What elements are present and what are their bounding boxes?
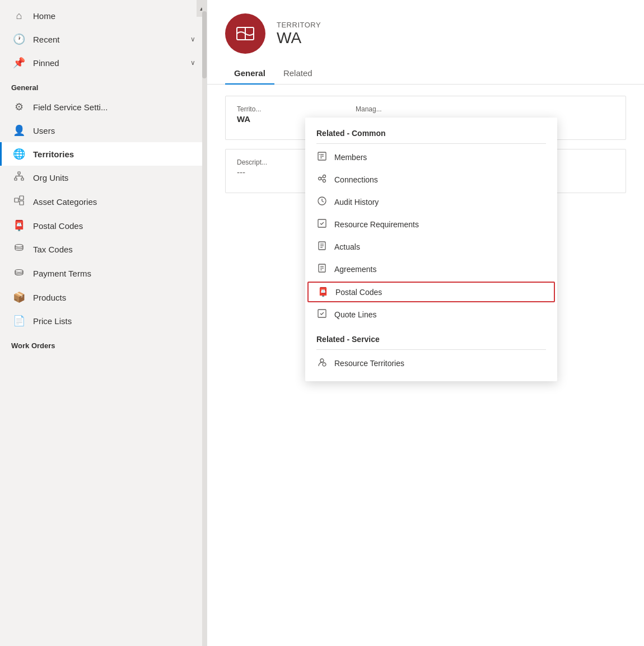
dropdown-item-postal-codes[interactable]: 📮 Postal Codes [307, 282, 555, 302]
sidebar-item-pinned[interactable]: 📌 Pinned ∨ [0, 51, 207, 74]
sidebar-item-label: Products [33, 293, 195, 302]
home-icon: ⌂ [13, 10, 25, 22]
tax-icon [13, 243, 25, 256]
actuals-icon [316, 241, 328, 253]
sidebar-item-payment-terms[interactable]: Payment Terms [0, 261, 207, 285]
dropdown-item-connections[interactable]: Connections [305, 168, 557, 191]
dropdown-divider-service [316, 349, 546, 350]
sidebar-item-tax-codes[interactable]: Tax Codes [0, 237, 207, 261]
svg-rect-34 [318, 310, 326, 317]
sidebar-item-label: Home [33, 11, 195, 21]
sidebar-item-label: Pinned [33, 58, 183, 68]
tab-related[interactable]: Related [274, 63, 321, 85]
sidebar-item-label: Org Units [33, 173, 195, 182]
chevron-down-icon: ∨ [190, 59, 195, 67]
sidebar-item-territories[interactable]: 🌐 Territories [0, 142, 207, 166]
svg-rect-1 [15, 178, 17, 180]
dropdown-item-resource-requirements[interactable]: Resource Requirements [305, 213, 557, 236]
svg-rect-9 [20, 201, 24, 205]
dropdown-item-agreements[interactable]: Agreements [305, 258, 557, 280]
svg-rect-25 [318, 219, 326, 227]
dropdown-item-label: Resource Requirements [334, 220, 419, 229]
dropdown-item-label: Members [334, 153, 367, 162]
connections-icon [316, 174, 328, 186]
dropdown-item-label: Quote Lines [334, 310, 377, 319]
field-label-territory: Territo... [237, 105, 338, 113]
dropdown-item-quote-lines[interactable]: Quote Lines [305, 303, 557, 326]
svg-rect-2 [21, 178, 24, 180]
resource-territories-icon [316, 357, 328, 369]
pin-icon: 📌 [13, 57, 25, 69]
svg-point-35 [320, 359, 324, 362]
sidebar: ▲ ⌂ Home 🕐 Recent ∨ 📌 Pinned ∨ General ⚙… [0, 0, 207, 646]
svg-rect-0 [18, 172, 20, 174]
sidebar-item-field-service[interactable]: ⚙ Field Service Setti... [0, 95, 207, 119]
dropdown-item-label: Postal Codes [335, 288, 382, 297]
record-info: TERRITORY WA [277, 21, 321, 47]
main-content: TERRITORY WA General Related Territo... … [207, 0, 644, 646]
sidebar-section-general: General [0, 74, 207, 95]
members-icon [316, 151, 328, 163]
dropdown-item-audit-history[interactable]: Audit History [305, 191, 557, 213]
related-dropdown: Related - Common Members Connections Aud… [305, 118, 557, 381]
sidebar-item-postal-codes[interactable]: 📮 Postal Codes [0, 214, 207, 237]
audit-history-icon [316, 196, 328, 208]
svg-point-36 [323, 363, 326, 366]
svg-rect-8 [20, 196, 24, 200]
dropdown-section-common-title: Related - Common [305, 124, 557, 141]
scrollbar-track [202, 0, 207, 646]
agreements-icon [316, 263, 328, 275]
svg-line-23 [321, 179, 323, 180]
svg-point-11 [15, 270, 23, 273]
svg-point-18 [319, 154, 320, 155]
sidebar-item-price-lists[interactable]: 📄 Price Lists [0, 309, 207, 333]
products-icon: 📦 [13, 291, 25, 303]
gear-icon: ⚙ [13, 101, 25, 113]
sidebar-item-label: Tax Codes [33, 245, 195, 254]
sidebar-item-label: Field Service Setti... [33, 102, 195, 112]
dropdown-item-label: Agreements [334, 265, 376, 274]
postal-codes-icon: 📮 [318, 287, 329, 297]
svg-point-21 [323, 180, 326, 182]
record-title: WA [277, 29, 321, 47]
sidebar-item-label: Territories [33, 149, 195, 159]
sidebar-item-label: Postal Codes [33, 221, 195, 231]
dropdown-item-label: Audit History [334, 198, 379, 207]
sidebar-item-products[interactable]: 📦 Products [0, 285, 207, 309]
svg-point-20 [323, 175, 326, 178]
dropdown-item-label: Resource Territories [334, 359, 404, 368]
record-header: TERRITORY WA [207, 0, 644, 54]
dropdown-item-label: Connections [334, 175, 378, 184]
sidebar-item-label: Price Lists [33, 316, 195, 326]
scrollbar-thumb[interactable] [202, 11, 207, 78]
postal-icon: 📮 [13, 219, 25, 232]
clock-icon: 🕐 [13, 33, 25, 45]
svg-point-10 [15, 245, 23, 247]
globe-icon: 🌐 [13, 148, 25, 160]
sidebar-item-users[interactable]: 👤 Users [0, 119, 207, 142]
sidebar-item-asset-categories[interactable]: Asset Categories [0, 190, 207, 214]
resource-requirements-icon [316, 218, 328, 231]
sidebar-item-label: Payment Terms [33, 269, 195, 278]
dropdown-item-resource-territories[interactable]: Resource Territories [305, 352, 557, 375]
sidebar-item-home[interactable]: ⌂ Home [0, 4, 207, 27]
sidebar-scroll: ⌂ Home 🕐 Recent ∨ 📌 Pinned ∨ General ⚙ F… [0, 0, 207, 646]
svg-point-19 [319, 177, 321, 180]
price-lists-icon: 📄 [13, 315, 25, 327]
user-icon: 👤 [13, 124, 25, 137]
sidebar-item-label: Users [33, 126, 195, 135]
sidebar-item-recent[interactable]: 🕐 Recent ∨ [0, 27, 207, 51]
sidebar-item-label: Asset Categories [33, 197, 195, 207]
tab-general[interactable]: General [225, 63, 274, 85]
dropdown-section-service-title: Related - Service [305, 330, 557, 347]
sidebar-item-org-units[interactable]: Org Units [0, 166, 207, 190]
record-type: TERRITORY [277, 21, 321, 29]
dropdown-item-label: Actuals [334, 242, 360, 251]
avatar [225, 13, 265, 54]
org-icon [13, 171, 25, 184]
tabs: General Related [207, 63, 644, 85]
dropdown-item-actuals[interactable]: Actuals [305, 236, 557, 258]
dropdown-item-members[interactable]: Members [305, 146, 557, 168]
sidebar-item-label: Recent [33, 35, 183, 44]
chevron-down-icon: ∨ [190, 35, 195, 43]
